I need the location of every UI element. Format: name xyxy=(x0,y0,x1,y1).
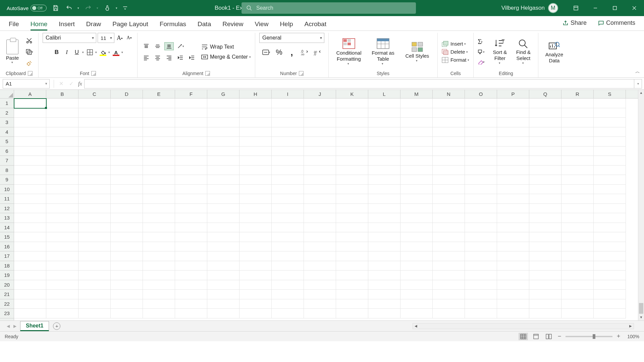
cell[interactable] xyxy=(175,118,207,127)
cell[interactable] xyxy=(465,194,497,204)
ribbon-display-options-icon[interactable] xyxy=(566,0,586,16)
cell[interactable] xyxy=(368,204,400,214)
cell[interactable] xyxy=(272,156,304,166)
cell[interactable] xyxy=(529,127,561,137)
cell[interactable] xyxy=(529,223,561,233)
cell[interactable] xyxy=(46,146,78,156)
cell[interactable] xyxy=(368,156,400,166)
cell[interactable] xyxy=(207,137,239,146)
cell[interactable] xyxy=(304,99,336,108)
cell[interactable] xyxy=(14,166,46,175)
cell[interactable] xyxy=(561,146,594,156)
cell[interactable] xyxy=(239,108,272,118)
cell[interactable] xyxy=(14,175,46,185)
cell[interactable] xyxy=(78,270,111,280)
cell[interactable] xyxy=(143,251,175,261)
insert-cells-dropdown[interactable]: ▾ xyxy=(464,42,466,46)
cell[interactable] xyxy=(561,175,594,185)
column-header[interactable]: R xyxy=(561,90,594,98)
cell[interactable] xyxy=(561,280,594,290)
cell[interactable] xyxy=(111,204,143,214)
row-header[interactable]: 15 xyxy=(0,232,14,242)
cell[interactable] xyxy=(304,166,336,175)
cell[interactable] xyxy=(336,223,368,233)
cell[interactable] xyxy=(175,223,207,233)
clear-button[interactable]: ▾ xyxy=(478,58,487,66)
cell[interactable] xyxy=(239,175,272,185)
cell[interactable] xyxy=(175,194,207,204)
cell[interactable] xyxy=(272,118,304,127)
cell[interactable] xyxy=(433,232,465,242)
cell[interactable] xyxy=(433,280,465,290)
cell[interactable] xyxy=(111,99,143,108)
cell[interactable] xyxy=(46,108,78,118)
cell[interactable] xyxy=(433,127,465,137)
cell[interactable] xyxy=(594,146,626,156)
cell[interactable] xyxy=(336,213,368,223)
row-header[interactable]: 8 xyxy=(0,166,14,175)
cell[interactable] xyxy=(175,280,207,290)
cell[interactable] xyxy=(497,194,529,204)
cell[interactable] xyxy=(561,299,594,309)
cell[interactable] xyxy=(14,242,46,252)
cell[interactable] xyxy=(46,118,78,127)
undo-dropdown[interactable]: ▾ xyxy=(77,6,79,10)
row-header[interactable]: 21 xyxy=(0,290,14,299)
scroll-down-button[interactable]: ▼ xyxy=(638,314,644,320)
sort-filter-button[interactable]: Sort & Filter▾ xyxy=(489,39,511,65)
cell[interactable] xyxy=(561,185,594,194)
cell[interactable] xyxy=(368,146,400,156)
cell[interactable] xyxy=(207,185,239,194)
cell[interactable] xyxy=(594,99,626,108)
cell[interactable] xyxy=(465,175,497,185)
row-header[interactable]: 7 xyxy=(0,156,14,166)
cell[interactable] xyxy=(465,309,497,318)
cell[interactable] xyxy=(561,270,594,280)
cell[interactable] xyxy=(400,299,433,309)
cell[interactable] xyxy=(465,204,497,214)
cell[interactable] xyxy=(175,213,207,223)
cell[interactable] xyxy=(175,175,207,185)
cell[interactable] xyxy=(14,185,46,194)
cell[interactable] xyxy=(272,194,304,204)
cell[interactable] xyxy=(400,175,433,185)
cell[interactable] xyxy=(304,213,336,223)
cell[interactable] xyxy=(400,270,433,280)
page-break-view-button[interactable] xyxy=(544,333,553,340)
cell[interactable] xyxy=(465,261,497,271)
cell[interactable] xyxy=(239,290,272,299)
cell[interactable] xyxy=(14,270,46,280)
cell[interactable] xyxy=(433,194,465,204)
align-right-button[interactable] xyxy=(164,54,174,62)
cell[interactable] xyxy=(304,280,336,290)
cell[interactable] xyxy=(304,175,336,185)
zoom-level[interactable]: 100% xyxy=(625,334,639,339)
cell[interactable] xyxy=(433,261,465,271)
analyze-data-button[interactable]: Analyze Data xyxy=(542,41,566,64)
conditional-formatting-button[interactable]: Conditional Formatting▾ xyxy=(333,38,365,66)
cell[interactable] xyxy=(400,127,433,137)
name-box[interactable]: A1 xyxy=(3,79,50,88)
cell[interactable] xyxy=(594,299,626,309)
vertical-scrollbar[interactable]: ▲ ▼ xyxy=(638,90,644,320)
find-select-button[interactable]: Find & Select▾ xyxy=(513,39,534,65)
redo-dropdown[interactable]: ▾ xyxy=(97,6,98,10)
cell[interactable] xyxy=(465,270,497,280)
cell[interactable] xyxy=(175,270,207,280)
cell[interactable] xyxy=(207,166,239,175)
cell[interactable] xyxy=(46,137,78,146)
column-header[interactable]: I xyxy=(272,90,304,98)
cell[interactable] xyxy=(239,251,272,261)
cell[interactable] xyxy=(46,270,78,280)
row-header[interactable]: 19 xyxy=(0,270,14,280)
cell[interactable] xyxy=(336,127,368,137)
cell[interactable] xyxy=(561,290,594,299)
cell[interactable] xyxy=(46,232,78,242)
cell[interactable] xyxy=(111,175,143,185)
cell[interactable] xyxy=(304,146,336,156)
cell[interactable] xyxy=(368,280,400,290)
cell[interactable] xyxy=(14,204,46,214)
cell[interactable] xyxy=(400,290,433,299)
cell[interactable] xyxy=(111,242,143,252)
cell[interactable] xyxy=(529,166,561,175)
